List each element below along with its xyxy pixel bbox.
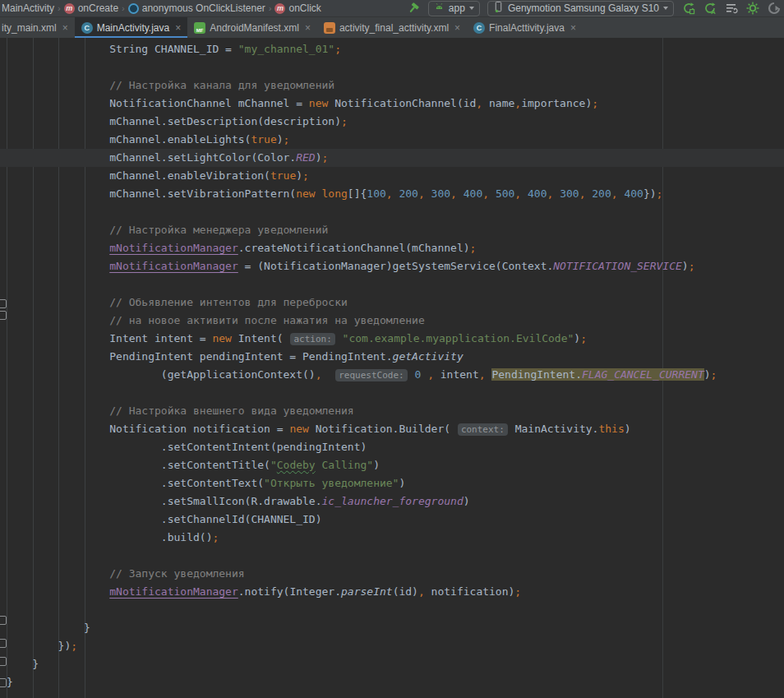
code-line[interactable]: // Настройка менеджера уведомлений <box>7 221 784 239</box>
code-line[interactable]: Intent intent = new Intent( action: "com… <box>7 330 784 348</box>
breadcrumb-separator: › <box>269 3 272 13</box>
main-toolbar: MainActivity › m onCreate › anonymous On… <box>0 0 784 17</box>
sync-list-icon[interactable] <box>724 2 738 16</box>
code-line[interactable] <box>7 384 784 402</box>
breadcrumb-item-onclick[interactable]: m onClick <box>274 2 321 14</box>
apply-changes-icon[interactable] <box>681 2 695 16</box>
code-line[interactable]: // Настройка канала для уведомлений <box>7 76 784 95</box>
method-icon: m <box>274 3 285 14</box>
breadcrumb: MainActivity › m onCreate › anonymous On… <box>2 2 321 14</box>
code-line[interactable]: NotificationChannel mChannel = new Notif… <box>7 95 784 113</box>
code-line[interactable] <box>7 275 784 294</box>
code-line[interactable] <box>7 58 784 76</box>
manifest-file-icon: MF <box>194 22 205 34</box>
code-line[interactable]: mNotificationManager.notify(Integer.pars… <box>7 583 784 601</box>
java-class-icon: C <box>473 22 485 34</box>
code-line[interactable]: .setContentText("Открыть уведомление") <box>7 474 784 492</box>
tab-label: AndroidManifest.xml <box>210 22 299 34</box>
code-line[interactable]: mChannel.enableLights(true); <box>7 131 784 149</box>
anonymous-class-icon <box>128 3 139 14</box>
tab-label: FinalActtivity.java <box>489 22 565 34</box>
fold-marker[interactable] <box>0 639 7 648</box>
code-line[interactable]: mChannel.setLightColor(Color.RED); <box>0 149 784 167</box>
code-line[interactable]: .build(); <box>7 529 784 547</box>
close-icon[interactable]: × <box>305 23 311 33</box>
code-line[interactable] <box>7 547 784 565</box>
tab-androidmanifest-xml[interactable]: MF AndroidManifest.xml × <box>187 17 317 38</box>
tab-label: MainActivity.java <box>97 22 169 34</box>
breadcrumb-label: MainActivity <box>2 2 54 14</box>
close-icon[interactable]: × <box>570 23 576 33</box>
breadcrumb-label: anonymous OnClickListener <box>142 2 265 14</box>
breadcrumb-item-mainactivity[interactable]: MainActivity <box>2 2 54 14</box>
fold-marker[interactable] <box>0 311 7 320</box>
breadcrumb-item-oncreate[interactable]: m onCreate <box>64 2 118 14</box>
breadcrumb-label: onCreate <box>78 2 118 14</box>
apply-code-changes-icon[interactable]: A <box>703 2 717 16</box>
breadcrumb-item-anonymous-listener[interactable]: anonymous OnClickListener <box>128 2 265 14</box>
android-icon <box>434 2 445 15</box>
code-line[interactable]: PendingIntent pendingIntent = PendingInt… <box>7 348 784 366</box>
code-line[interactable]: mNotificationManager.createNotificationC… <box>7 239 784 257</box>
fold-marker[interactable] <box>0 299 7 308</box>
device-selector-label: Genymotion Samsung Galaxy S10 <box>508 2 659 14</box>
code-line[interactable]: .setChannelId(CHANNEL_ID) <box>7 511 784 529</box>
code-line[interactable]: .setSmallIcon(R.drawable.ic_launcher_for… <box>7 492 784 511</box>
tab-activity-main-xml[interactable]: ity_main.xml × <box>0 17 75 38</box>
code-line[interactable]: .setContentTitle("Codeby Calling") <box>7 456 784 474</box>
code-line[interactable]: }); <box>7 637 784 655</box>
code-line[interactable]: mChannel.setVibrationPattern(new long[]{… <box>7 185 784 203</box>
editor-tab-bar: ity_main.xml × C MainActivity.java × MF … <box>0 17 784 38</box>
code-line[interactable]: String CHANNEL_ID = "my_channel_01"; <box>7 40 784 58</box>
tab-activity-final-acttivity-xml[interactable]: activity_final_acttivity.xml × <box>317 17 467 38</box>
phone-icon <box>493 1 504 16</box>
code-line[interactable]: // Настройка внешнего вида уведомления <box>7 402 784 420</box>
profile-icon[interactable] <box>767 2 781 16</box>
code-line[interactable]: Notification notification = new Notifica… <box>7 420 784 438</box>
chevron-down-icon <box>663 7 668 10</box>
java-class-icon: C <box>81 22 93 34</box>
code-lines[interactable]: String CHANNEL_ID = "my_channel_01"; // … <box>0 38 784 691</box>
code-editor[interactable]: String CHANNEL_ID = "my_channel_01"; // … <box>0 38 784 698</box>
fold-marker[interactable] <box>0 678 7 687</box>
chevron-down-icon <box>469 7 474 10</box>
gear-icon[interactable] <box>745 2 759 16</box>
code-line[interactable]: // Обьявление интентов для переброски <box>7 294 784 312</box>
code-line[interactable] <box>7 203 784 221</box>
code-line[interactable]: } <box>7 655 784 673</box>
breadcrumb-label: onClick <box>288 2 321 14</box>
tab-mainactivity-java[interactable]: C MainActivity.java × <box>75 17 188 38</box>
code-line[interactable]: // на новое активити после нажатия на ув… <box>7 312 784 330</box>
tab-finalacttivity-java[interactable]: C FinalActtivity.java × <box>467 17 583 38</box>
code-line[interactable]: } <box>7 673 784 691</box>
code-line[interactable]: (getApplicationContext(), requestCode: 0… <box>7 366 784 384</box>
method-icon: m <box>64 3 75 14</box>
code-line[interactable] <box>7 601 784 619</box>
layout-xml-file-icon <box>324 22 335 34</box>
close-icon[interactable]: × <box>175 23 181 33</box>
breadcrumb-separator: › <box>58 3 61 13</box>
close-icon[interactable]: × <box>62 23 68 33</box>
module-selector[interactable]: app <box>428 1 480 16</box>
code-line[interactable]: // Запуск уведомления <box>7 565 784 583</box>
fold-marker[interactable] <box>0 657 7 666</box>
fold-marker[interactable] <box>0 616 7 625</box>
breadcrumb-separator: › <box>122 3 125 13</box>
code-line[interactable]: mChannel.setDescription(description); <box>7 113 784 131</box>
code-line[interactable]: mNotificationManager = (NotificationMana… <box>7 257 784 275</box>
tab-label: ity_main.xml <box>2 22 57 34</box>
code-line[interactable]: .setContentIntent(pendingIntent) <box>7 438 784 456</box>
code-line[interactable]: mChannel.enableVibration(true); <box>7 167 784 185</box>
module-selector-label: app <box>449 2 465 14</box>
close-icon[interactable]: × <box>454 23 460 33</box>
code-line[interactable]: } <box>7 619 784 637</box>
svg-text:A: A <box>711 8 716 15</box>
device-selector[interactable]: Genymotion Samsung Galaxy S10 <box>487 1 674 16</box>
tab-label: activity_final_acttivity.xml <box>339 22 449 34</box>
build-hammer-icon[interactable] <box>407 2 421 16</box>
